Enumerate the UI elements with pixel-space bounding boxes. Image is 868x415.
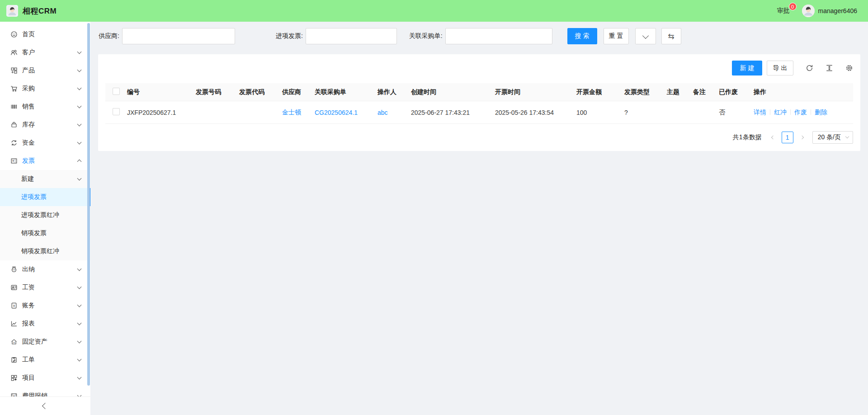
- chevron-down-icon: [845, 135, 849, 138]
- top-header: 相程CRM 审批 0 manager6406: [0, 0, 868, 22]
- prev-page-button[interactable]: [768, 132, 778, 143]
- chevron-down-icon: [77, 176, 82, 181]
- operator-link[interactable]: abc: [377, 109, 388, 116]
- invoice-filter-input[interactable]: [306, 28, 397, 44]
- chevron-down-icon: [77, 68, 82, 72]
- invoice-filter-group: 进项发票:: [276, 28, 397, 44]
- filter-logic-toggle-button[interactable]: ⇆: [661, 28, 681, 44]
- column-header-amount: 开票金额: [573, 83, 621, 101]
- purchase-order-filter-input[interactable]: [445, 28, 552, 44]
- column-header-supplier: 供应商: [278, 83, 311, 101]
- export-button[interactable]: 导 出: [767, 61, 793, 75]
- table-toolbar: 新 建 导 出: [105, 61, 853, 75]
- select-all-checkbox[interactable]: [113, 88, 120, 95]
- sidebar-item-funds[interactable]: 资金: [0, 134, 90, 152]
- sidebar-item-inventory[interactable]: 库存: [0, 116, 90, 134]
- page-number-button[interactable]: 1: [782, 132, 793, 143]
- sidebar-item-project[interactable]: 项目: [0, 369, 90, 387]
- chevron-down-icon: [77, 393, 82, 396]
- barcode-icon: [10, 103, 18, 110]
- detail-action-link[interactable]: 详情: [754, 108, 766, 116]
- ledger-icon: [10, 302, 18, 309]
- sidebar-item-expense[interactable]: 费用报销: [0, 387, 90, 396]
- chevron-down-icon: [77, 303, 82, 307]
- sidebar-item-work-order[interactable]: 工单: [0, 351, 90, 369]
- sidebar: 首页 客户 产品 采购 销售: [0, 22, 90, 415]
- idcard-icon: [10, 284, 18, 291]
- sidebar-item-label: 账务: [22, 302, 35, 310]
- chevron-down-icon: [77, 50, 82, 54]
- approval-badge: 0: [789, 3, 797, 10]
- approval-menu-item[interactable]: 审批 0: [777, 7, 790, 15]
- reset-button[interactable]: 重 置: [604, 28, 629, 44]
- sidebar-item-product[interactable]: 产品: [0, 61, 90, 80]
- sidebar-item-label: 库存: [22, 121, 35, 129]
- sidebar-item-accounting[interactable]: 账务: [0, 297, 90, 315]
- row-checkbox[interactable]: [113, 108, 120, 115]
- next-page-button[interactable]: [797, 132, 807, 143]
- sidebar-item-label: 客户: [22, 48, 35, 57]
- create-button[interactable]: 新 建: [732, 61, 762, 75]
- invoice-table: 编号 发票号码 发票代码 供应商 关联采购单 操作人 创建时间 开票时间 开票金…: [105, 83, 853, 124]
- purchase-order-link[interactable]: CG20250624.1: [315, 109, 358, 116]
- sidebar-item-label: 进项发票: [21, 193, 47, 201]
- username[interactable]: manager6406: [818, 7, 857, 14]
- sidebar-item-cashier[interactable]: 出纳: [0, 260, 90, 278]
- chevron-down-icon: [77, 285, 82, 289]
- sidebar-item-salary[interactable]: 工资: [0, 278, 90, 297]
- invoice-filter-label: 进项发票:: [276, 32, 303, 40]
- red-reverse-action-link[interactable]: 红冲: [774, 108, 787, 116]
- void-action-link[interactable]: 作废: [794, 108, 807, 116]
- sidebar-item-label: 出纳: [22, 265, 35, 274]
- sidebar-item-invoice[interactable]: 发票: [0, 152, 90, 170]
- customers-icon: [10, 49, 18, 56]
- chevron-right-icon: [800, 136, 803, 139]
- sidebar-item-label: 报表: [22, 320, 35, 328]
- search-button[interactable]: 搜 索: [567, 28, 597, 44]
- brand-title: 相程CRM: [23, 6, 57, 16]
- main-content: 供应商: 进项发票: 关联采购单: 搜 索 重 置 ⇆ 新 建: [90, 22, 868, 415]
- chevron-left-icon: [771, 136, 774, 139]
- sidebar-item-input-invoice-red[interactable]: 进项发票红冲: [0, 206, 90, 224]
- sidebar-item-label: 首页: [22, 30, 35, 38]
- sidebar-item-report[interactable]: 报表: [0, 315, 90, 333]
- supplier-filter-group: 供应商:: [99, 28, 235, 44]
- grid-dot-icon: [10, 374, 18, 382]
- sidebar-item-output-invoice[interactable]: 销项发票: [0, 224, 90, 242]
- user-avatar[interactable]: [802, 5, 815, 17]
- sidebar-item-invoice-create[interactable]: 新建: [0, 170, 90, 188]
- sidebar-item-purchase[interactable]: 采购: [0, 80, 90, 98]
- action-divider: [790, 109, 791, 115]
- page-size-select[interactable]: 20 条/页: [812, 131, 853, 144]
- pagination: 共1条数据 1 20 条/页: [105, 131, 853, 144]
- sidebar-menu: 首页 客户 产品 采购 销售: [0, 22, 90, 396]
- sidebar-item-sales[interactable]: 销售: [0, 98, 90, 116]
- delete-action-link[interactable]: 删除: [815, 108, 827, 116]
- sidebar-item-home[interactable]: 首页: [0, 25, 90, 43]
- table-row: JXFP20250627.1 金士顿 CG20250624.1 abc 2025…: [105, 101, 853, 124]
- sidebar-item-customer[interactable]: 客户: [0, 43, 90, 61]
- refresh-icon[interactable]: [806, 64, 813, 72]
- sidebar-item-label: 发票: [22, 157, 35, 165]
- sidebar-item-output-invoice-red[interactable]: 销项发票红冲: [0, 242, 90, 260]
- sidebar-collapse-button[interactable]: [0, 396, 90, 415]
- gear-icon[interactable]: [845, 64, 853, 72]
- chevron-left-icon: [42, 403, 48, 409]
- cell-invoice-code: [236, 101, 278, 124]
- supplier-link[interactable]: 金士顿: [282, 108, 301, 116]
- expand-filters-button[interactable]: [635, 28, 656, 44]
- chart-icon: [10, 320, 18, 327]
- column-height-icon[interactable]: [826, 64, 833, 72]
- sidebar-item-input-invoice[interactable]: 进项发票: [0, 188, 90, 206]
- sidebar-scrollbar[interactable]: [87, 23, 90, 386]
- swap-icon: ⇆: [668, 33, 675, 40]
- supplier-filter-input[interactable]: [122, 28, 235, 44]
- sidebar-item-fixed-asset[interactable]: 固定资产: [0, 333, 90, 351]
- approval-label: 审批: [777, 7, 790, 14]
- cell-created-at: 2025-06-27 17:43:21: [407, 101, 491, 124]
- cell-id: JXFP20250627.1: [123, 101, 192, 124]
- chevron-down-icon: [77, 140, 82, 145]
- action-divider: [811, 109, 811, 115]
- cell-amount: 100: [573, 101, 621, 124]
- invoice-icon: [10, 157, 18, 165]
